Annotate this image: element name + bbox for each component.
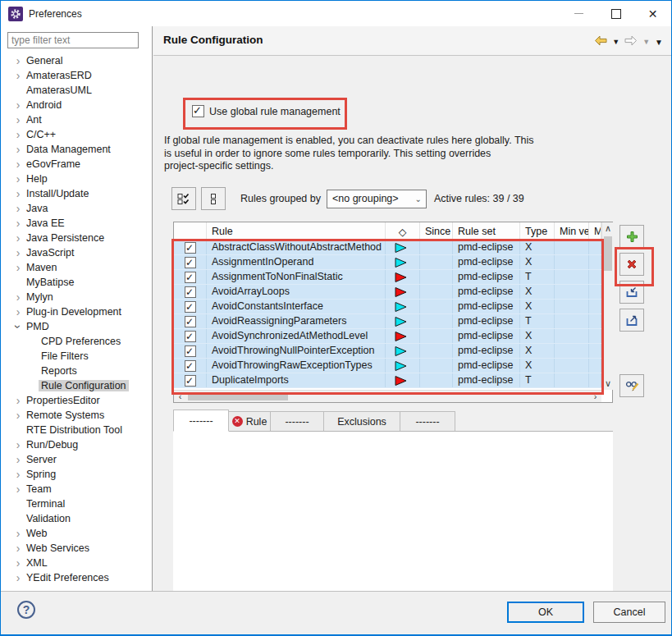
- rule-checkbox[interactable]: [185, 272, 196, 283]
- uncheck-all-rules-button[interactable]: [201, 187, 226, 210]
- column-header-checkbox[interactable]: [174, 222, 207, 240]
- tab-separator-0[interactable]: -------: [173, 410, 229, 432]
- ok-button[interactable]: OK: [507, 602, 584, 623]
- rule-checkbox[interactable]: [185, 345, 196, 357]
- chevron-right-icon[interactable]: ›: [12, 395, 24, 406]
- help-icon[interactable]: ?: [17, 601, 35, 619]
- chevron-right-icon[interactable]: ›: [12, 129, 24, 140]
- view-menu-icon[interactable]: ▼: [655, 39, 663, 46]
- chevron-right-icon[interactable]: ›: [12, 439, 24, 451]
- sidebar-item-data-management[interactable]: ›Data Management: [1, 142, 152, 157]
- sidebar-item-ant[interactable]: ›Ant: [1, 112, 152, 127]
- chevron-right-icon[interactable]: ›: [12, 572, 24, 583]
- forward-history-dropdown-icon[interactable]: ▼: [642, 39, 650, 46]
- export-rules-button[interactable]: [619, 309, 644, 332]
- sidebar-item-web[interactable]: ›Web: [1, 526, 152, 541]
- chevron-right-icon[interactable]: ›: [12, 291, 24, 303]
- table-row[interactable]: AbstractClassWithoutAbstractMethodpmd-ec…: [174, 240, 601, 255]
- sidebar-item-amaterasuml[interactable]: AmaterasUML: [1, 83, 152, 98]
- remove-rule-button[interactable]: [619, 253, 644, 276]
- sidebar-item-spring[interactable]: ›Spring: [1, 467, 152, 482]
- rule-checkbox[interactable]: [185, 301, 196, 313]
- tab-separator-2[interactable]: -------: [270, 411, 324, 431]
- chevron-right-icon[interactable]: ›: [12, 114, 24, 126]
- sidebar-item-run-debug[interactable]: ›Run/Debug: [1, 437, 152, 452]
- scroll-right-icon[interactable]: ›: [589, 391, 601, 402]
- column-header-rule[interactable]: Rule: [207, 222, 386, 240]
- rules-table-header[interactable]: Rule◇SinceRule setTypeMin verM: [174, 222, 601, 240]
- sidebar-item-maven[interactable]: ›Maven: [1, 260, 152, 275]
- close-button[interactable]: ✕: [634, 1, 671, 26]
- scroll-down-icon[interactable]: ∨: [602, 377, 614, 390]
- vertical-scrollbar[interactable]: ∧ ∨: [601, 222, 614, 390]
- tab-separator-4[interactable]: -------: [400, 411, 455, 431]
- sidebar-item-mybatipse[interactable]: MyBatipse: [1, 275, 152, 290]
- global-rule-management-row[interactable]: Use global rule management: [192, 105, 341, 117]
- horizontal-scrollbar[interactable]: ‹ ›: [174, 390, 601, 402]
- table-row[interactable]: AvoidThrowingNullPointerExceptionpmd-ecl…: [174, 344, 601, 359]
- column-header-min-ver[interactable]: Min ver: [555, 222, 589, 240]
- chevron-right-icon[interactable]: ›: [12, 557, 24, 569]
- sidebar-item-remote-systems[interactable]: ›Remote Systems: [1, 408, 152, 423]
- rule-checkbox-cell[interactable]: [174, 329, 207, 343]
- sidebar-item-rule-configuration[interactable]: Rule Configuration: [1, 378, 152, 393]
- sidebar-item-general[interactable]: ›General: [1, 53, 152, 68]
- chevron-right-icon[interactable]: ›: [12, 217, 24, 229]
- sidebar-item-help[interactable]: ›Help: [1, 172, 152, 186]
- table-row[interactable]: AvoidSynchronizedAtMethodLevelpmd-eclips…: [174, 329, 601, 344]
- rule-checkbox-cell[interactable]: [174, 314, 207, 328]
- table-row[interactable]: AssignmentInOperandpmd-eclipseX: [174, 255, 601, 270]
- rule-checkbox-cell[interactable]: [174, 344, 207, 358]
- back-icon[interactable]: [594, 35, 607, 48]
- rule-checkbox-cell[interactable]: [174, 240, 207, 254]
- column-header-m[interactable]: M: [589, 222, 601, 240]
- sidebar-item-cpd-preferences[interactable]: CPD Preferences: [1, 334, 152, 349]
- rule-checkbox[interactable]: [185, 360, 196, 372]
- sidebar-item-pmd[interactable]: ›PMD: [1, 319, 152, 334]
- sidebar-item-web-services[interactable]: ›Web Services: [1, 541, 152, 556]
- cancel-button[interactable]: Cancel: [593, 602, 665, 623]
- sidebar-item-c-c[interactable]: ›C/C++: [1, 127, 152, 142]
- sidebar-item-terminal[interactable]: Terminal: [1, 496, 152, 511]
- column-header-[interactable]: ◇: [386, 222, 420, 240]
- chevron-right-icon[interactable]: ›: [12, 70, 24, 81]
- forward-icon[interactable]: [624, 35, 638, 48]
- back-history-dropdown-icon[interactable]: ▼: [612, 39, 619, 46]
- rule-checkbox-cell[interactable]: [174, 300, 207, 313]
- rule-checkbox-cell[interactable]: [174, 373, 207, 387]
- check-all-rules-button[interactable]: [171, 187, 196, 210]
- chevron-right-icon[interactable]: ›: [12, 306, 24, 318]
- sidebar-item-amateraserd[interactable]: ›AmaterasERD: [1, 68, 152, 83]
- vertical-scrollbar-thumb[interactable]: [604, 236, 612, 271]
- sidebar-item-mylyn[interactable]: ›Mylyn: [1, 290, 152, 304]
- horizontal-scrollbar-thumb[interactable]: [188, 392, 288, 400]
- table-row[interactable]: AssignmentToNonFinalStaticpmd-eclipseT: [174, 270, 601, 285]
- sidebar-item-propertieseditor[interactable]: ›PropertiesEditor: [1, 393, 152, 408]
- edit-rule-button[interactable]: [619, 374, 644, 397]
- table-row[interactable]: AvoidArrayLoopspmd-eclipseX: [174, 285, 601, 300]
- chevron-right-icon[interactable]: ›: [12, 469, 24, 480]
- sidebar-item-javascript[interactable]: ›JavaScript: [1, 245, 152, 260]
- tab-rule[interactable]: ✕Rule: [228, 411, 271, 431]
- sidebar-item-team[interactable]: ›Team: [1, 482, 152, 496]
- chevron-down-icon[interactable]: ›: [12, 321, 24, 332]
- rule-checkbox[interactable]: [185, 286, 196, 298]
- import-rules-button[interactable]: [619, 281, 644, 304]
- filter-input[interactable]: [7, 32, 139, 48]
- sidebar-item-validation[interactable]: Validation: [1, 511, 152, 526]
- rule-checkbox-cell[interactable]: [174, 285, 207, 299]
- add-rule-button[interactable]: [619, 225, 644, 248]
- sidebar-item-install-update[interactable]: ›Install/Update: [1, 186, 152, 201]
- chevron-right-icon[interactable]: ›: [12, 99, 24, 111]
- sidebar-item-egovframe[interactable]: ›eGovFrame: [1, 157, 152, 172]
- column-header-rule-set[interactable]: Rule set: [453, 222, 520, 240]
- use-global-rule-checkbox[interactable]: [192, 105, 204, 117]
- chevron-right-icon[interactable]: ›: [12, 410, 24, 421]
- chevron-right-icon[interactable]: ›: [12, 144, 24, 155]
- sidebar-item-file-filters[interactable]: File Filters: [1, 349, 152, 364]
- rule-checkbox[interactable]: [185, 242, 196, 254]
- chevron-right-icon[interactable]: ›: [12, 542, 24, 554]
- rule-checkbox[interactable]: [185, 316, 196, 327]
- minimize-button[interactable]: [560, 1, 597, 26]
- scroll-left-icon[interactable]: ‹: [174, 391, 186, 402]
